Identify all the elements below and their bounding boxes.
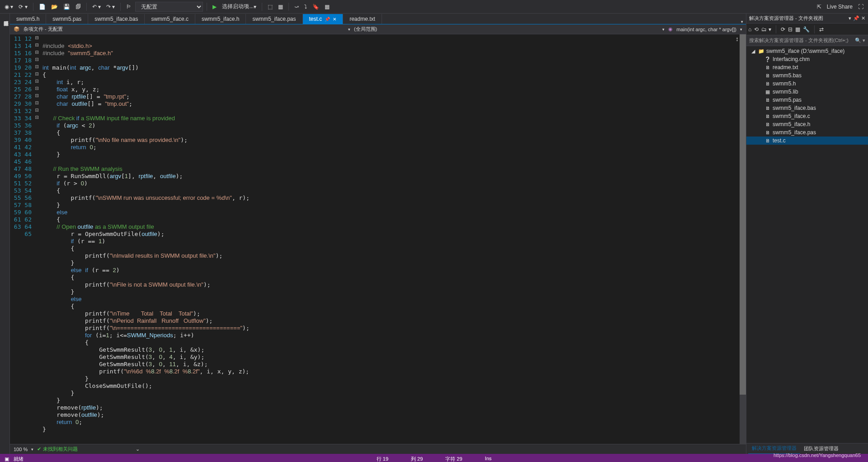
tab-swmm5-iface-bas[interactable]: swmm5_iface.bas <box>88 14 145 24</box>
status-square-icon: ▣ <box>5 456 9 462</box>
config-combo[interactable]: 无配置 <box>135 2 203 12</box>
tab-swmm5-pas[interactable]: swmm5.pas <box>46 14 88 24</box>
function-icon: ◉ <box>668 26 673 32</box>
document-tabs: swmm5.h swmm5.pas swmm5_iface.bas swmm5_… <box>10 14 746 24</box>
tree-item[interactable]: 🗎swmm5_iface.bas <box>746 104 868 112</box>
tab-swmm5-iface-h[interactable]: swmm5_iface.h <box>195 14 246 24</box>
save-all-icon[interactable]: 🗐 <box>74 3 83 11</box>
statusbar: ▣ 就绪 行 19 列 29 字符 29 Ins https://blog.cs… <box>0 454 868 462</box>
tree-item[interactable]: 🗎test.c <box>746 137 868 145</box>
tree-item[interactable]: ▦swmm5.lib <box>746 88 868 96</box>
undo-icon[interactable]: ↶ ▾ <box>90 3 103 11</box>
step-into-icon[interactable]: ⤵ <box>302 3 309 11</box>
split-icon[interactable]: ↕ <box>736 35 739 42</box>
tree-item[interactable]: 🗎swmm5.bas <box>746 71 868 80</box>
status-col: 列 29 <box>411 456 423 462</box>
tree-item[interactable]: 🗎swmm5_iface.c <box>746 112 868 120</box>
line-numbers: 11 12 13 14 15 16 17 18 19 20 21 22 23 2… <box>10 34 35 444</box>
back-icon[interactable]: ⟲ <box>754 26 759 33</box>
tab-swmm5-iface-pas[interactable]: swmm5_iface.pas <box>246 14 302 24</box>
status-ready: 就绪 <box>9 456 28 462</box>
misc-files-icon: 📦 <box>14 26 20 32</box>
issues-label[interactable]: 未找到相关问题 <box>43 446 78 453</box>
navigation-bar: 📦 杂项文件 - 无配置 ▾ (全局范围) ▾ ◉ main(int argc,… <box>10 24 746 34</box>
new-file-icon[interactable]: 📄 <box>37 3 47 11</box>
solution-tree[interactable]: ◢📁swmm5_iface (D:\swmm5_iface)❔Interfaci… <box>746 46 868 443</box>
tree-item[interactable]: 🗎swmm5.h <box>746 80 868 88</box>
comment-icon[interactable]: ▦ <box>323 3 331 11</box>
fold-column[interactable]: ⊟ ⊟ ⊟ ⊡ ⊡ ⊡ ⊡ ⊡ ⊡ ⊡ ⊡ ⊡ <box>35 34 42 444</box>
switch-view-icon[interactable]: 🗂 ▾ <box>761 26 771 33</box>
fullscreen-icon[interactable]: ⛶ <box>856 3 865 11</box>
save-icon[interactable]: 💾 <box>61 3 72 11</box>
tree-item[interactable]: ❔Interfacing.chm <box>746 55 868 63</box>
collapse-icon[interactable]: ⊟ <box>788 26 793 33</box>
bookmark-icon[interactable]: 🔖 <box>311 3 321 11</box>
indent-icon[interactable]: ▦ <box>276 3 285 11</box>
tab-swmm5-iface-c[interactable]: swmm5_iface.c <box>145 14 195 24</box>
pin-icon[interactable]: 📌 <box>853 15 859 21</box>
tree-item[interactable]: 🗎swmm5_iface.pas <box>746 128 868 137</box>
properties-icon[interactable]: 🔧 <box>803 26 810 33</box>
tree-root[interactable]: ◢📁swmm5_iface (D:\swmm5_iface) <box>746 47 868 55</box>
solution-explorer-title: 解决方案资源管理器 - 文件夹视图 <box>749 15 823 22</box>
show-all-icon[interactable]: ▦ <box>795 26 800 33</box>
step-over-icon[interactable]: ⤻ <box>292 3 301 11</box>
tab-swmm5-h[interactable]: swmm5.h <box>10 14 46 24</box>
build-icon[interactable]: ⬚ <box>266 3 274 11</box>
redo-icon[interactable]: ↷ ▾ <box>104 3 117 11</box>
close-icon[interactable]: ✕ <box>333 17 336 22</box>
launch-combo[interactable]: 选择启动项... ▾ <box>220 2 258 11</box>
config-flag-icon[interactable]: 🏳 <box>124 3 133 11</box>
solution-explorer-panel: 解决方案资源管理器 - 文件夹视图 ▾ 📌 ✕ ⌂ ⟲ 🗂 ▾ ⟳ ⊟ ▦ 🔧 … <box>746 14 868 454</box>
tree-item[interactable]: 🗎swmm5.pas <box>746 96 868 104</box>
breadcrumb-member[interactable]: main(int argc, char * argv[]) <box>676 27 736 32</box>
nav-back-icon[interactable]: ◉ ▾ <box>3 3 15 11</box>
editor-statusbar: 100 % ▾ ✔未找到相关问题 ⌄ <box>10 444 746 454</box>
live-share-icon[interactable]: ⇱ <box>815 3 823 11</box>
watermark-url: https://blog.csdn.net/Yangshengquan65 <box>774 453 861 458</box>
open-icon[interactable]: 📂 <box>49 3 60 11</box>
refresh-icon[interactable]: ⟳ <box>781 26 785 33</box>
ok-icon: ✔ <box>37 446 41 452</box>
breadcrumb-project[interactable]: 杂项文件 - 无配置 <box>24 26 63 33</box>
tabs-overflow-icon[interactable]: ▾ <box>738 19 746 24</box>
pin-icon[interactable]: 📌 <box>325 17 330 22</box>
tab-test-c[interactable]: test.c 📌 ✕ <box>303 14 344 24</box>
status-char: 字符 29 <box>445 456 462 462</box>
tree-item[interactable]: 🗎readme.txt <box>746 63 868 71</box>
dropdown-icon[interactable]: ▾ <box>849 15 851 21</box>
status-ins: Ins <box>485 456 492 462</box>
main-toolbar: ◉ ▾ ⟳ ▾ 📄 📂 💾 🗐 ↶ ▾ ↷ ▾ 🏳 无配置 ▶ 选择启动项...… <box>0 0 868 14</box>
play-icon[interactable]: ▶ <box>211 3 218 11</box>
chevron-icon[interactable]: ⌄ <box>136 446 140 452</box>
sync-icon[interactable]: ⇄ <box>819 26 824 33</box>
breadcrumb-scope[interactable]: (全局范围) <box>354 26 377 33</box>
tab-readme[interactable]: readme.txt <box>343 14 382 24</box>
close-icon[interactable]: ✕ <box>861 15 865 21</box>
nav-fwd-icon[interactable]: ⟳ ▾ <box>17 3 29 11</box>
tree-item[interactable]: 🗎swmm5_iface.h <box>746 120 868 128</box>
code-editor[interactable]: #include <stdio.h> #include "swmm5_iface… <box>42 34 740 444</box>
vertical-scrollbar[interactable] <box>740 34 746 444</box>
status-line: 行 19 <box>377 456 388 462</box>
search-icon[interactable]: 🔍 ▾ <box>855 38 865 43</box>
home-icon[interactable]: ⌂ <box>748 26 751 33</box>
search-placeholder[interactable]: 搜索解决方案资源管理器 - 文件夹视图(Ctrl+;) <box>749 37 849 44</box>
zoom-level[interactable]: 100 % <box>14 447 28 452</box>
live-share-label[interactable]: Live Share <box>827 4 853 10</box>
left-toolstrip[interactable]: 服务器资源管理器 <box>0 14 10 454</box>
